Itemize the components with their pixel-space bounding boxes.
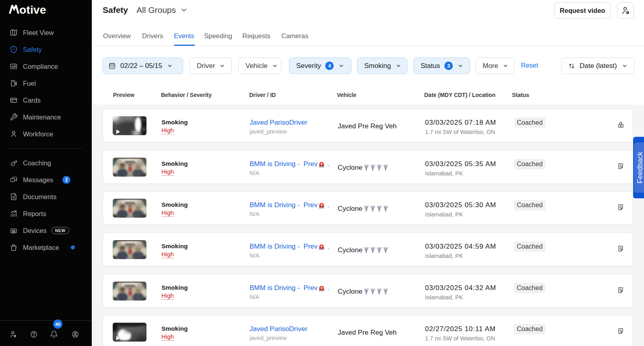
svg-text:otive: otive <box>19 5 46 14</box>
